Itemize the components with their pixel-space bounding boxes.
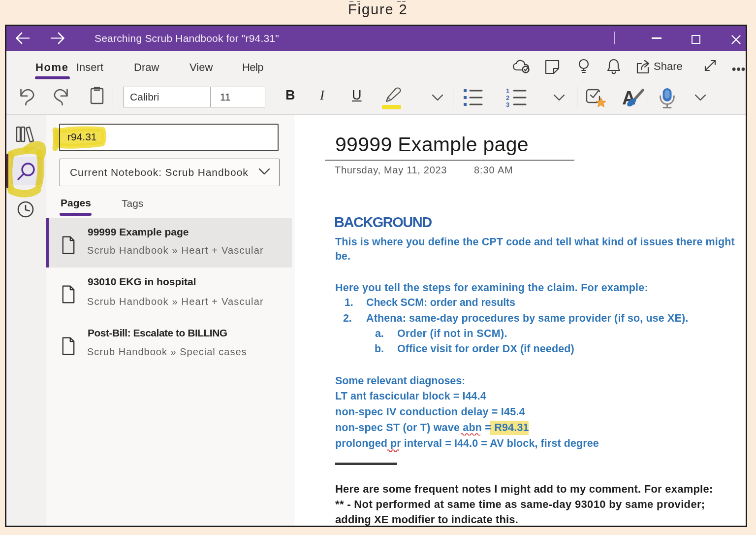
svg-text:3: 3 — [506, 101, 509, 107]
svg-text:2: 2 — [506, 94, 509, 101]
svg-text:1: 1 — [506, 88, 509, 95]
